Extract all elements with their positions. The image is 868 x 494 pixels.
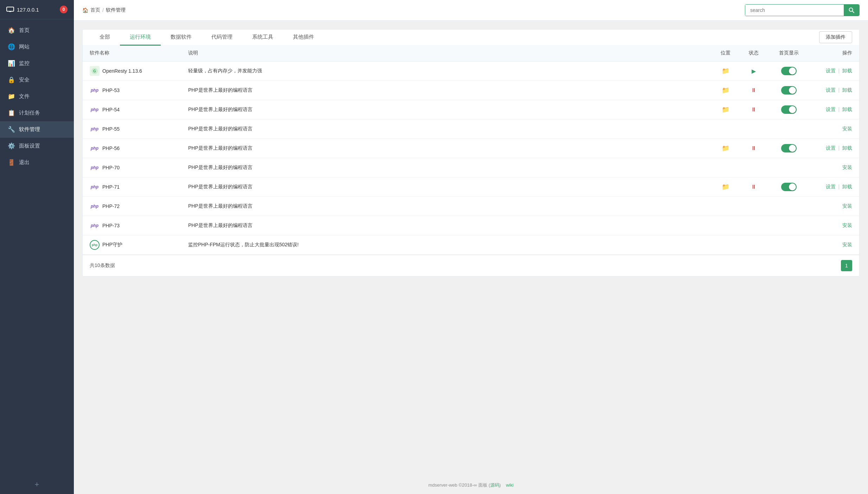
security-icon: 🔒 bbox=[8, 76, 15, 84]
home-icon: 🏠 bbox=[8, 27, 15, 34]
col-header-name: 软件名称 bbox=[90, 50, 188, 56]
sidebar-item-label: 面板设置 bbox=[19, 143, 40, 149]
sidebar-item-settings[interactable]: ⚙️ 面板设置 bbox=[0, 138, 74, 154]
folder-icon[interactable]: 📁 bbox=[722, 144, 729, 152]
php-icon: php bbox=[90, 85, 100, 95]
install-link[interactable]: 安装 bbox=[842, 126, 852, 132]
svg-rect-0 bbox=[7, 7, 14, 11]
source-link[interactable]: 源码 bbox=[490, 482, 499, 488]
software-desc: PHP是世界上最好的编程语言 bbox=[188, 126, 711, 132]
table-row: php PHP-72 PHP是世界上最好的编程语言 安装 bbox=[83, 197, 859, 216]
tab-all[interactable]: 全部 bbox=[90, 30, 120, 46]
page-1-button[interactable]: 1 bbox=[841, 260, 852, 271]
add-button[interactable]: + bbox=[0, 475, 74, 494]
folder-icon[interactable]: 📁 bbox=[722, 86, 729, 94]
table-row: php PHP-73 PHP是世界上最好的编程语言 安装 bbox=[83, 216, 859, 235]
uninstall-link[interactable]: 卸载 bbox=[842, 68, 852, 73]
pause-icon[interactable]: ⏸ bbox=[751, 145, 757, 151]
pause-icon[interactable]: ⏸ bbox=[751, 106, 757, 113]
uninstall-link[interactable]: 卸载 bbox=[842, 87, 852, 93]
software-name-text: PHP-56 bbox=[102, 145, 120, 151]
sidebar-item-label: 计划任务 bbox=[19, 110, 40, 116]
tasks-icon: 📋 bbox=[8, 109, 15, 117]
install-link[interactable]: 安装 bbox=[842, 203, 852, 209]
action-col: 安装 bbox=[810, 164, 852, 171]
install-link[interactable]: 安装 bbox=[842, 222, 852, 229]
sidebar-item-label: 文件 bbox=[19, 93, 30, 100]
table-header: 软件名称 说明 位置 状态 首页显示 操作 bbox=[83, 45, 859, 61]
add-plugin-button[interactable]: 添加插件 bbox=[819, 31, 852, 43]
table-footer: 共10条数据 1 bbox=[83, 255, 859, 276]
php-icon: php bbox=[90, 143, 100, 153]
settings-link[interactable]: 设置 bbox=[826, 106, 836, 112]
install-link[interactable]: 安装 bbox=[842, 242, 852, 248]
action-links: 设置 | 卸载 bbox=[826, 145, 852, 151]
action-separator: | bbox=[838, 106, 840, 112]
footer-text: mdserver-web ©2018-∞ 面板 (源码) bbox=[428, 482, 501, 488]
action-separator: | bbox=[838, 68, 840, 73]
action-links: 设置 | 卸载 bbox=[826, 106, 852, 113]
sidebar-item-tasks[interactable]: 📋 计划任务 bbox=[0, 105, 74, 121]
software-desc: PHP是世界上最好的编程语言 bbox=[188, 106, 711, 113]
svg-text:G: G bbox=[93, 69, 96, 73]
pause-icon[interactable]: ⏸ bbox=[751, 87, 757, 93]
status-col: ⏸ bbox=[740, 184, 768, 190]
action-col: 安装 bbox=[810, 222, 852, 229]
pause-icon[interactable]: ⏸ bbox=[751, 184, 757, 190]
uninstall-link[interactable]: 卸载 bbox=[842, 106, 852, 112]
toggle-switch[interactable] bbox=[781, 86, 797, 95]
settings-link[interactable]: 设置 bbox=[826, 87, 836, 93]
wiki-link[interactable]: wiki bbox=[506, 482, 513, 488]
software-name-text: PHP守护 bbox=[102, 242, 122, 248]
tab-tools[interactable]: 系统工具 bbox=[242, 30, 283, 46]
search-input[interactable] bbox=[745, 5, 844, 16]
tab-database[interactable]: 数据软件 bbox=[161, 30, 202, 46]
uninstall-link[interactable]: 卸载 bbox=[842, 184, 852, 189]
install-link[interactable]: 安装 bbox=[842, 164, 852, 171]
software-desc: PHP是世界上最好的编程语言 bbox=[188, 87, 711, 93]
sidebar-item-logout[interactable]: 🚪 退出 bbox=[0, 154, 74, 171]
settings-link[interactable]: 设置 bbox=[826, 184, 836, 189]
tab-runtime[interactable]: 运行环境 bbox=[120, 30, 161, 46]
location-col: 📁 bbox=[711, 183, 740, 191]
total-count: 共10条数据 bbox=[90, 262, 115, 269]
action-separator: | bbox=[838, 184, 840, 189]
files-icon: 📁 bbox=[8, 93, 15, 100]
software-name: php PHP-73 bbox=[90, 221, 188, 230]
sidebar-item-monitor[interactable]: 📊 监控 bbox=[0, 55, 74, 72]
main-card: 全部 运行环境 数据软件 代码管理 系统工具 其他插件 添加插件 软件名称 说明… bbox=[82, 29, 860, 277]
sidebar-item-software[interactable]: 🔧 软件管理 bbox=[0, 121, 74, 138]
tab-plugins[interactable]: 其他插件 bbox=[283, 30, 324, 46]
sidebar-item-website[interactable]: 🌐 网站 bbox=[0, 39, 74, 55]
folder-icon[interactable]: 📁 bbox=[722, 183, 729, 191]
breadcrumb-home[interactable]: 首页 bbox=[90, 7, 100, 13]
table-row: G OpenResty 1.13.6 轻量级，占有内存少，并发能力强 📁 ▶ bbox=[83, 61, 859, 81]
play-icon[interactable]: ▶ bbox=[752, 68, 756, 74]
notification-badge[interactable]: 0 bbox=[60, 6, 68, 13]
toggle-switch[interactable] bbox=[781, 105, 797, 114]
toggle-switch[interactable] bbox=[781, 144, 797, 152]
software-name: php PHP-53 bbox=[90, 85, 188, 95]
home-breadcrumb-icon: 🏠 bbox=[82, 7, 88, 13]
toggle-switch[interactable] bbox=[781, 183, 797, 191]
homepage-col bbox=[768, 144, 810, 152]
software-name-text: PHP-53 bbox=[102, 87, 120, 93]
settings-link[interactable]: 设置 bbox=[826, 68, 836, 73]
sidebar-item-home[interactable]: 🏠 首页 bbox=[0, 22, 74, 39]
homepage-col bbox=[768, 105, 810, 114]
software-icon: 🔧 bbox=[8, 126, 15, 133]
software-desc: 监控PHP-FPM运行状态，防止大批量出现502错误! bbox=[188, 242, 711, 248]
sidebar-item-security[interactable]: 🔒 安全 bbox=[0, 72, 74, 88]
toggle-switch[interactable] bbox=[781, 67, 797, 75]
table-row: php PHP-56 PHP是世界上最好的编程语言 📁 ⏸ 设置 | bbox=[83, 139, 859, 158]
folder-icon[interactable]: 📁 bbox=[722, 106, 729, 113]
homepage-col bbox=[768, 67, 810, 75]
settings-link[interactable]: 设置 bbox=[826, 145, 836, 151]
tab-code[interactable]: 代码管理 bbox=[202, 30, 242, 46]
sidebar-item-files[interactable]: 📁 文件 bbox=[0, 88, 74, 105]
content-area: 全部 运行环境 数据软件 代码管理 系统工具 其他插件 添加插件 软件名称 说明… bbox=[74, 21, 868, 476]
search-button[interactable] bbox=[844, 5, 859, 16]
folder-icon[interactable]: 📁 bbox=[722, 67, 729, 75]
table-row: php PHP-53 PHP是世界上最好的编程语言 📁 ⏸ 设置 | bbox=[83, 81, 859, 100]
uninstall-link[interactable]: 卸载 bbox=[842, 145, 852, 151]
